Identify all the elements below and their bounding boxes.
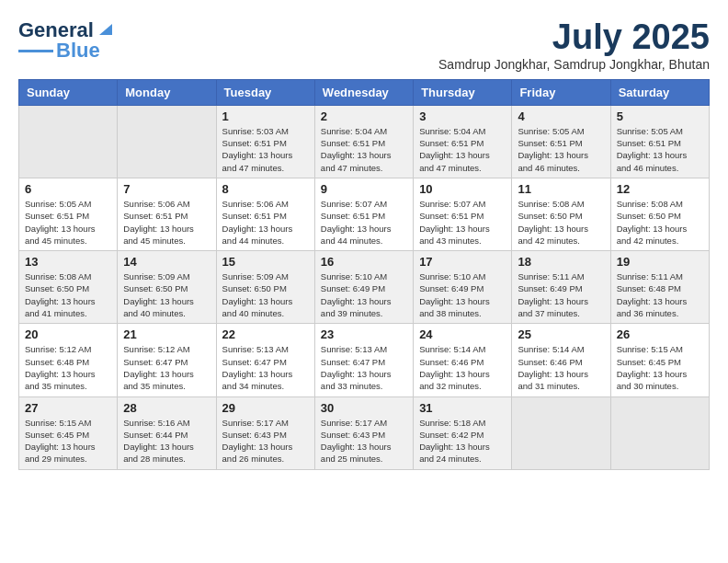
col-wednesday: Wednesday (314, 79, 413, 105)
day-info: Sunrise: 5:04 AM Sunset: 6:51 PM Dayligh… (321, 125, 407, 174)
day-info: Sunrise: 5:16 AM Sunset: 6:44 PM Dayligh… (123, 417, 210, 465)
table-row: 4Sunrise: 5:05 AM Sunset: 6:51 PM Daylig… (512, 105, 610, 178)
day-number: 26 (617, 327, 703, 341)
table-row: 2Sunrise: 5:04 AM Sunset: 6:51 PM Daylig… (314, 105, 413, 178)
table-row (512, 396, 610, 469)
table-row: 9Sunrise: 5:07 AM Sunset: 6:51 PM Daylig… (314, 178, 413, 250)
day-info: Sunrise: 5:15 AM Sunset: 6:45 PM Dayligh… (617, 343, 703, 392)
day-number: 3 (419, 109, 506, 123)
table-row: 30Sunrise: 5:17 AM Sunset: 6:43 PM Dayli… (314, 396, 413, 469)
day-info: Sunrise: 5:14 AM Sunset: 6:46 PM Dayligh… (419, 343, 506, 392)
table-row: 15Sunrise: 5:09 AM Sunset: 6:50 PM Dayli… (216, 251, 314, 324)
day-info: Sunrise: 5:14 AM Sunset: 6:46 PM Dayligh… (518, 343, 604, 392)
table-row: 3Sunrise: 5:04 AM Sunset: 6:51 PM Daylig… (414, 105, 512, 178)
day-info: Sunrise: 5:04 AM Sunset: 6:51 PM Dayligh… (419, 125, 506, 174)
logo-line (18, 50, 53, 52)
day-number: 16 (321, 255, 407, 269)
day-info: Sunrise: 5:08 AM Sunset: 6:50 PM Dayligh… (617, 198, 703, 247)
table-row: 11Sunrise: 5:08 AM Sunset: 6:50 PM Dayli… (512, 178, 610, 250)
day-number: 28 (123, 401, 210, 415)
svg-marker-0 (99, 24, 112, 35)
col-friday: Friday (512, 79, 610, 105)
calendar-week-row: 6Sunrise: 5:05 AM Sunset: 6:51 PM Daylig… (19, 178, 710, 250)
day-number: 18 (518, 255, 604, 269)
table-row (19, 105, 118, 178)
table-row: 13Sunrise: 5:08 AM Sunset: 6:50 PM Dayli… (19, 251, 118, 324)
day-info: Sunrise: 5:06 AM Sunset: 6:51 PM Dayligh… (222, 198, 309, 247)
table-row: 1Sunrise: 5:03 AM Sunset: 6:51 PM Daylig… (216, 105, 314, 178)
day-number: 8 (222, 182, 309, 196)
table-row: 29Sunrise: 5:17 AM Sunset: 6:43 PM Dayli… (216, 396, 314, 469)
table-row: 28Sunrise: 5:16 AM Sunset: 6:44 PM Dayli… (118, 396, 216, 469)
day-number: 27 (25, 401, 111, 415)
day-number: 19 (617, 255, 703, 269)
day-number: 15 (222, 255, 309, 269)
day-info: Sunrise: 5:17 AM Sunset: 6:43 PM Dayligh… (321, 417, 407, 465)
day-number: 21 (123, 327, 210, 341)
table-row: 24Sunrise: 5:14 AM Sunset: 6:46 PM Dayli… (414, 324, 512, 396)
col-thursday: Thursday (414, 79, 512, 105)
day-info: Sunrise: 5:15 AM Sunset: 6:45 PM Dayligh… (25, 417, 111, 465)
table-row: 27Sunrise: 5:15 AM Sunset: 6:45 PM Dayli… (19, 396, 118, 469)
title-section: July 2025 Samdrup Jongkhar, Samdrup Jong… (438, 18, 710, 72)
day-info: Sunrise: 5:10 AM Sunset: 6:49 PM Dayligh… (321, 270, 407, 319)
day-info: Sunrise: 5:06 AM Sunset: 6:51 PM Dayligh… (123, 198, 210, 247)
day-number: 20 (25, 327, 111, 341)
day-number: 31 (419, 401, 506, 415)
day-info: Sunrise: 5:05 AM Sunset: 6:51 PM Dayligh… (518, 125, 604, 174)
table-row: 7Sunrise: 5:06 AM Sunset: 6:51 PM Daylig… (118, 178, 216, 250)
day-number: 30 (321, 401, 407, 415)
table-row: 16Sunrise: 5:10 AM Sunset: 6:49 PM Dayli… (314, 251, 413, 324)
day-number: 5 (617, 109, 703, 123)
month-year-title: July 2025 (438, 18, 710, 57)
day-number: 13 (25, 255, 111, 269)
day-number: 6 (25, 182, 111, 196)
day-number: 17 (419, 255, 506, 269)
day-info: Sunrise: 5:05 AM Sunset: 6:51 PM Dayligh… (617, 125, 703, 174)
table-row: 31Sunrise: 5:18 AM Sunset: 6:42 PM Dayli… (414, 396, 512, 469)
day-number: 24 (419, 327, 506, 341)
table-row (118, 105, 216, 178)
day-number: 4 (518, 109, 604, 123)
day-number: 23 (321, 327, 407, 341)
table-row: 8Sunrise: 5:06 AM Sunset: 6:51 PM Daylig… (216, 178, 314, 250)
logo: General Blue (18, 18, 112, 63)
table-row: 10Sunrise: 5:07 AM Sunset: 6:51 PM Dayli… (414, 178, 512, 250)
table-row: 20Sunrise: 5:12 AM Sunset: 6:48 PM Dayli… (19, 324, 118, 396)
day-info: Sunrise: 5:07 AM Sunset: 6:51 PM Dayligh… (419, 198, 506, 247)
col-tuesday: Tuesday (216, 79, 314, 105)
calendar-header-row: Sunday Monday Tuesday Wednesday Thursday… (19, 79, 710, 105)
table-row: 23Sunrise: 5:13 AM Sunset: 6:47 PM Dayli… (314, 324, 413, 396)
table-row: 25Sunrise: 5:14 AM Sunset: 6:46 PM Dayli… (512, 324, 610, 396)
table-row: 18Sunrise: 5:11 AM Sunset: 6:49 PM Dayli… (512, 251, 610, 324)
location-subtitle: Samdrup Jongkhar, Samdrup Jongkhar, Bhut… (438, 57, 710, 72)
day-info: Sunrise: 5:05 AM Sunset: 6:51 PM Dayligh… (25, 198, 111, 247)
day-info: Sunrise: 5:18 AM Sunset: 6:42 PM Dayligh… (419, 417, 506, 465)
day-info: Sunrise: 5:08 AM Sunset: 6:50 PM Dayligh… (25, 270, 111, 319)
day-number: 29 (222, 401, 309, 415)
calendar-week-row: 13Sunrise: 5:08 AM Sunset: 6:50 PM Dayli… (19, 251, 710, 324)
col-saturday: Saturday (610, 79, 709, 105)
day-info: Sunrise: 5:11 AM Sunset: 6:48 PM Dayligh… (617, 270, 703, 319)
table-row: 19Sunrise: 5:11 AM Sunset: 6:48 PM Dayli… (610, 251, 709, 324)
table-row: 22Sunrise: 5:13 AM Sunset: 6:47 PM Dayli… (216, 324, 314, 396)
calendar-week-row: 27Sunrise: 5:15 AM Sunset: 6:45 PM Dayli… (19, 396, 710, 469)
day-number: 9 (321, 182, 407, 196)
day-info: Sunrise: 5:12 AM Sunset: 6:48 PM Dayligh… (25, 343, 111, 392)
day-number: 12 (617, 182, 703, 196)
day-info: Sunrise: 5:03 AM Sunset: 6:51 PM Dayligh… (222, 125, 309, 174)
day-info: Sunrise: 5:12 AM Sunset: 6:47 PM Dayligh… (123, 343, 210, 392)
table-row: 17Sunrise: 5:10 AM Sunset: 6:49 PM Dayli… (414, 251, 512, 324)
day-info: Sunrise: 5:13 AM Sunset: 6:47 PM Dayligh… (222, 343, 309, 392)
day-info: Sunrise: 5:08 AM Sunset: 6:50 PM Dayligh… (518, 198, 604, 247)
day-info: Sunrise: 5:07 AM Sunset: 6:51 PM Dayligh… (321, 198, 407, 247)
day-info: Sunrise: 5:09 AM Sunset: 6:50 PM Dayligh… (222, 270, 309, 319)
day-number: 7 (123, 182, 210, 196)
logo-icon (96, 18, 112, 35)
table-row (610, 396, 709, 469)
day-number: 1 (222, 109, 309, 123)
day-info: Sunrise: 5:09 AM Sunset: 6:50 PM Dayligh… (123, 270, 210, 319)
table-row: 14Sunrise: 5:09 AM Sunset: 6:50 PM Dayli… (118, 251, 216, 324)
calendar-week-row: 20Sunrise: 5:12 AM Sunset: 6:48 PM Dayli… (19, 324, 710, 396)
table-row: 21Sunrise: 5:12 AM Sunset: 6:47 PM Dayli… (118, 324, 216, 396)
